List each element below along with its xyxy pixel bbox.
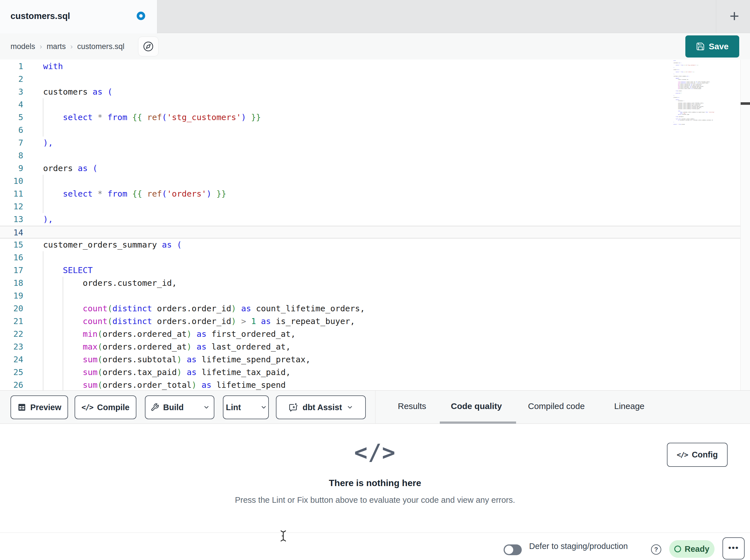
code-line-text: select * from {{ ref('stg_customers') }} — [43, 111, 261, 124]
indent-guide — [43, 98, 43, 137]
code-line-text: customers as ( — [43, 86, 112, 98]
minimap[interactable]: with customers as ( select * from {{ ref… — [673, 60, 741, 127]
code-line[interactable]: 15customer_orders_summary as ( — [0, 238, 741, 251]
floppy-disk-icon — [696, 42, 705, 51]
code-line-text: max(orders.ordered_at) as last_ordered_a… — [43, 340, 291, 353]
code-line[interactable]: 9orders as ( — [0, 162, 741, 175]
code-line[interactable]: 11 select * from {{ ref('orders') }} — [0, 188, 741, 200]
dbt-assist-button[interactable]: dbt Assist — [276, 395, 366, 419]
status-bar: Defer to staging/production ? Ready ••• — [0, 533, 750, 560]
code-line[interactable]: 4 — [0, 98, 741, 111]
code-line[interactable]: 3customers as ( — [0, 86, 741, 98]
action-toolbar: Preview </> Compile Build Lint — [0, 390, 750, 424]
code-line-text: count(distinct orders.order_id) > 1 as i… — [43, 315, 355, 328]
indent-guide — [43, 175, 43, 213]
save-button[interactable]: Save — [685, 36, 739, 58]
build-button[interactable]: Build — [144, 396, 190, 419]
toolbar-divider — [375, 391, 375, 424]
tab-customers-sql[interactable]: customers.sql — [0, 0, 157, 34]
code-line[interactable]: 22 min(orders.ordered_at) as first_order… — [0, 328, 741, 340]
line-number: 4 — [0, 98, 23, 111]
code-line[interactable]: 12 — [0, 200, 741, 213]
line-number: 20 — [0, 302, 23, 315]
code-line-text: SELECT — [43, 264, 93, 277]
line-number: 19 — [0, 290, 23, 302]
preview-button[interactable]: Preview — [11, 395, 68, 419]
line-number: 24 — [0, 353, 23, 366]
compile-button-label: Compile — [97, 403, 129, 412]
line-number: 17 — [0, 264, 23, 277]
line-number: 11 — [0, 188, 23, 200]
code-line[interactable]: 21 count(distinct orders.order_id) > 1 a… — [0, 315, 741, 328]
defer-toggle[interactable] — [504, 544, 522, 555]
code-line[interactable]: 13), — [0, 213, 741, 226]
build-dropdown-button[interactable] — [198, 396, 215, 419]
more-options-button[interactable]: ••• — [723, 537, 745, 559]
code-brackets-icon: </> — [677, 451, 688, 459]
editor-tab-strip: customers.sql + — [0, 0, 750, 33]
line-number: 18 — [0, 277, 23, 290]
editor-scrollbar[interactable] — [741, 60, 750, 390]
ready-label: Ready — [685, 544, 709, 554]
config-button[interactable]: </> Config — [667, 443, 728, 467]
code-line[interactable]: 17 SELECT — [0, 264, 741, 277]
code-line[interactable]: 26 sum(orders.order_total) as lifetime_s… — [0, 379, 741, 390]
question-circle-icon[interactable]: ? — [651, 544, 661, 555]
code-line[interactable]: 7), — [0, 137, 741, 149]
line-number: 5 — [0, 111, 23, 124]
tab-compiled-code[interactable]: Compiled code — [528, 391, 585, 424]
scrollbar-cursor-marker[interactable] — [741, 102, 750, 105]
code-line-text: min(orders.ordered_at) as first_ordered_… — [43, 328, 296, 340]
tab-code-quality[interactable]: Code quality — [451, 391, 502, 424]
defer-label: Defer to staging/production — [529, 533, 628, 560]
code-line[interactable]: 19 — [0, 290, 741, 302]
config-button-label: Config — [692, 450, 718, 459]
code-line[interactable]: 20 count(distinct orders.order_id) as co… — [0, 302, 741, 315]
code-line[interactable]: 16 — [0, 251, 741, 264]
breadcrumb-row: models › marts › customers.sql Save — [0, 34, 750, 60]
chevron-down-icon — [347, 404, 353, 411]
table-icon — [17, 403, 26, 412]
code-line[interactable]: 2 — [0, 73, 741, 86]
code-line-text: sum(orders.subtotal) as lifetime_spend_p… — [43, 353, 311, 366]
code-line[interactable]: 18 orders.customer_id, — [0, 277, 741, 290]
code-editor[interactable]: 1with23customers as (45 select * from {{… — [0, 60, 741, 390]
line-number: 7 — [0, 137, 23, 149]
ready-ring-icon — [674, 545, 681, 552]
code-line-text: sum(orders.tax_paid) as lifetime_tax_pai… — [43, 366, 291, 379]
lint-dropdown-button[interactable] — [255, 396, 272, 419]
tab-results[interactable]: Results — [398, 391, 426, 424]
breadcrumb-item-marts[interactable]: marts — [46, 42, 66, 51]
code-line[interactable]: 14 — [0, 226, 741, 238]
compile-button[interactable]: </> Compile — [75, 395, 136, 419]
code-line[interactable]: 6 — [0, 124, 741, 137]
line-number: 3 — [0, 86, 23, 98]
code-line[interactable]: 23 max(orders.ordered_at) as last_ordere… — [0, 340, 741, 353]
line-number: 21 — [0, 315, 23, 328]
unsaved-changes-dot-icon — [137, 12, 145, 20]
code-line[interactable]: 25 sum(orders.tax_paid) as lifetime_tax_… — [0, 366, 741, 379]
code-line[interactable]: 5 select * from {{ ref('stg_customers') … — [0, 111, 741, 124]
line-number: 12 — [0, 200, 23, 213]
dbt-ide-window: customers.sql + models › marts › custome… — [0, 0, 750, 560]
file-navigate-button[interactable] — [138, 37, 158, 56]
line-number: 2 — [0, 73, 23, 86]
code-line[interactable]: 8 — [0, 149, 741, 162]
code-line[interactable]: 10 — [0, 175, 741, 188]
code-line-text: ), — [43, 213, 53, 226]
code-line[interactable]: 24 sum(orders.subtotal) as lifetime_spen… — [0, 353, 741, 366]
lint-button[interactable]: Lint — [219, 396, 247, 419]
compass-icon — [143, 41, 154, 52]
new-tab-button[interactable]: + — [723, 4, 746, 29]
breadcrumb: models › marts › customers.sql — [11, 34, 124, 60]
chevron-down-icon — [260, 404, 267, 411]
code-line-text: count(distinct orders.order_id) as count… — [43, 302, 365, 315]
tab-lineage[interactable]: Lineage — [614, 391, 645, 424]
preview-button-label: Preview — [30, 403, 61, 412]
line-number: 10 — [0, 175, 23, 188]
save-button-label: Save — [709, 42, 728, 51]
status-badge: Ready — [669, 540, 714, 558]
breadcrumb-item-models[interactable]: models — [11, 42, 35, 51]
code-line[interactable]: 1with — [0, 60, 741, 73]
breadcrumb-separator: › — [70, 42, 73, 51]
